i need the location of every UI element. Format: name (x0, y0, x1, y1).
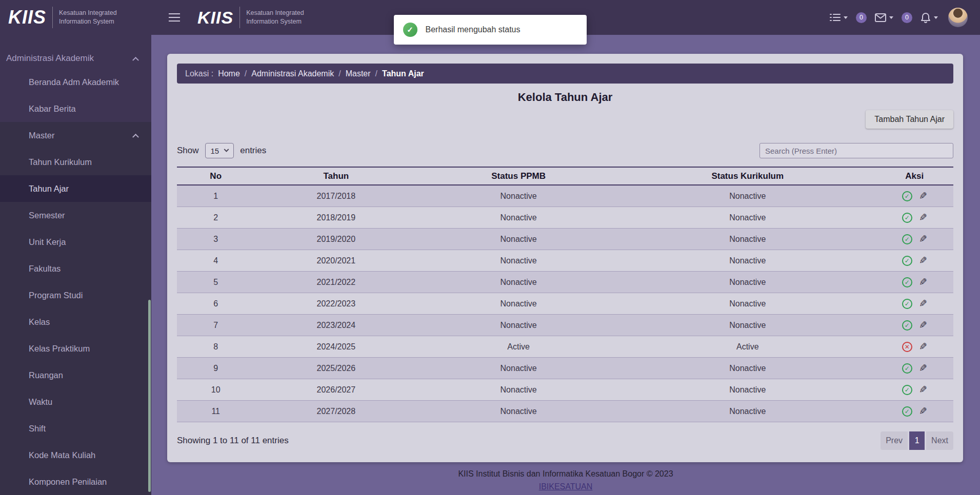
sidebar-menu: Beranda Adm AkademikKabar BeritaMasterTa… (0, 69, 151, 495)
activate-status-icon[interactable] (902, 299, 912, 309)
edit-icon[interactable] (919, 320, 927, 330)
envelope-icon (875, 13, 886, 22)
cell-tahun: 2017/2018 (254, 192, 417, 201)
actions-row: Tambah Tahun Ajar (177, 110, 953, 129)
activate-status-icon[interactable] (902, 213, 912, 223)
sidebar-item-kelas-praktikum[interactable]: Kelas Praktikum (0, 335, 151, 362)
cell-tahun: 2027/2028 (254, 407, 417, 416)
edit-icon[interactable] (919, 363, 927, 373)
deactivate-status-icon[interactable] (902, 342, 912, 352)
logo-subtitle: Kesatuan Integrated Information System (59, 9, 117, 26)
column-header-status-kurikulum[interactable]: Status Kurikulum (619, 171, 876, 181)
cell-aksi (876, 213, 953, 223)
sidebar-item-tahun-ajar[interactable]: Tahun Ajar (0, 175, 151, 202)
next-page-button[interactable]: Next (926, 431, 953, 450)
activate-status-icon[interactable] (902, 406, 912, 417)
page-1-button[interactable]: 1 (909, 431, 925, 450)
activate-status-icon[interactable] (902, 191, 912, 201)
column-header-aksi[interactable]: Aksi (876, 171, 953, 181)
sidebar-item-kelas[interactable]: Kelas (0, 308, 151, 335)
user-avatar[interactable] (948, 8, 968, 27)
activate-status-icon[interactable] (902, 320, 912, 331)
cell-status-ppmb: Active (417, 342, 619, 352)
edit-icon[interactable] (919, 277, 927, 287)
add-tahun-ajar-button[interactable]: Tambah Tahun Ajar (866, 110, 953, 129)
column-header-no[interactable]: No (177, 171, 254, 181)
breadcrumb-administrasi-akademik[interactable]: Administrasi Akademik (251, 69, 334, 78)
prev-page-button[interactable]: Prev (881, 431, 908, 450)
sidebar-item-ruangan[interactable]: Ruangan (0, 362, 151, 388)
breadcrumb-master[interactable]: Master (346, 69, 371, 78)
edit-icon[interactable] (919, 213, 927, 222)
sidebar-item-waktu[interactable]: Waktu (0, 388, 151, 415)
sidebar-item-beranda-adm-akademik[interactable]: Beranda Adm Akademik (0, 69, 151, 95)
edit-icon[interactable] (919, 234, 927, 244)
page-size-select[interactable]: 15 (205, 143, 234, 158)
cell-aksi (876, 320, 953, 331)
cell-aksi (876, 191, 953, 201)
sidebar-item-shift[interactable]: Shift (0, 415, 151, 442)
cell-status-ppmb: Nonactive (417, 235, 619, 244)
sidebar-item-tahun-kurikulum[interactable]: Tahun Kurikulum (0, 149, 151, 175)
column-header-tahun[interactable]: Tahun (254, 171, 417, 181)
page-size-value: 15 (211, 147, 219, 155)
sidebar-item-komponen-penilaian[interactable]: Komponen Penilaian (0, 468, 151, 495)
cell-status-kurikulum: Nonactive (619, 256, 876, 265)
main-content: Lokasi : Home/Administrasi Akademik/Mast… (151, 35, 980, 495)
cell-no: 11 (177, 407, 254, 416)
cell-aksi (876, 406, 953, 417)
activate-status-icon[interactable] (902, 385, 912, 395)
sidebar-item-kabar-berita[interactable]: Kabar Berita (0, 95, 151, 122)
sidebar-scrollbar[interactable] (148, 300, 151, 492)
table-row: 42020/2021NonactiveNonactive (177, 250, 953, 272)
sidebar-item-unit-kerja[interactable]: Unit Kerja (0, 229, 151, 255)
cell-status-kurikulum: Nonactive (619, 278, 876, 287)
tasks-menu[interactable] (829, 13, 848, 22)
cell-status-ppmb: Nonactive (417, 385, 619, 395)
logo-subtitle-line1: Kesatuan Integrated (246, 9, 304, 17)
cell-tahun: 2018/2019 (254, 213, 417, 222)
edit-icon[interactable] (919, 406, 927, 416)
search-input[interactable] (759, 143, 953, 158)
edit-icon[interactable] (919, 256, 927, 265)
sidebar-item-master[interactable]: Master (0, 122, 151, 149)
sidebar-item-label: Kelas Praktikum (29, 344, 90, 354)
tasks-count-badge: 0 (856, 12, 867, 23)
activate-status-icon[interactable] (902, 256, 912, 266)
sidebar-item-fakultas[interactable]: Fakultas (0, 255, 151, 282)
activate-status-icon[interactable] (902, 234, 912, 244)
table-controls: Show 15 entries (177, 143, 953, 158)
sidebar-item-kode-mata-kuliah[interactable]: Kode Mata Kuliah (0, 442, 151, 468)
cell-status-ppmb: Nonactive (417, 407, 619, 416)
notifications-menu[interactable] (921, 12, 938, 23)
sidebar-item-label: Fakultas (29, 264, 61, 274)
cell-aksi (876, 234, 953, 244)
sidebar-item-program-studi[interactable]: Program Studi (0, 282, 151, 308)
cell-status-kurikulum: Nonactive (619, 192, 876, 201)
sidebar-toggle-button[interactable] (169, 13, 180, 22)
cell-tahun: 2020/2021 (254, 256, 417, 265)
sidebar-item-label: Kabar Berita (29, 104, 76, 114)
sidebar-section-administrasi-akademik[interactable]: Administrasi Akademik (0, 48, 151, 69)
table-row: 22018/2019NonactiveNonactive (177, 207, 953, 229)
cell-no: 8 (177, 342, 254, 352)
cell-status-kurikulum: Nonactive (619, 213, 876, 222)
activate-status-icon[interactable] (902, 363, 912, 374)
cell-no: 2 (177, 213, 254, 222)
cell-status-kurikulum: Nonactive (619, 364, 876, 373)
sidebar-item-semester[interactable]: Semester (0, 202, 151, 229)
breadcrumb-home[interactable]: Home (218, 69, 240, 78)
messages-menu[interactable] (875, 13, 893, 22)
edit-icon[interactable] (919, 299, 927, 308)
edit-icon[interactable] (919, 342, 927, 352)
cell-no: 9 (177, 364, 254, 373)
edit-icon[interactable] (919, 385, 927, 395)
page-title: Kelola Tahun Ajar (177, 91, 953, 104)
footer-link[interactable]: IBIKESATUAN (539, 482, 593, 491)
column-header-status-ppmb[interactable]: Status PPMB (417, 171, 619, 181)
sidebar-item-label: Program Studi (29, 291, 83, 300)
activate-status-icon[interactable] (902, 277, 912, 287)
page-footer: KIIS Institut Bisnis dan Informatika Kes… (151, 469, 980, 491)
cell-tahun: 2021/2022 (254, 278, 417, 287)
edit-icon[interactable] (919, 191, 927, 201)
